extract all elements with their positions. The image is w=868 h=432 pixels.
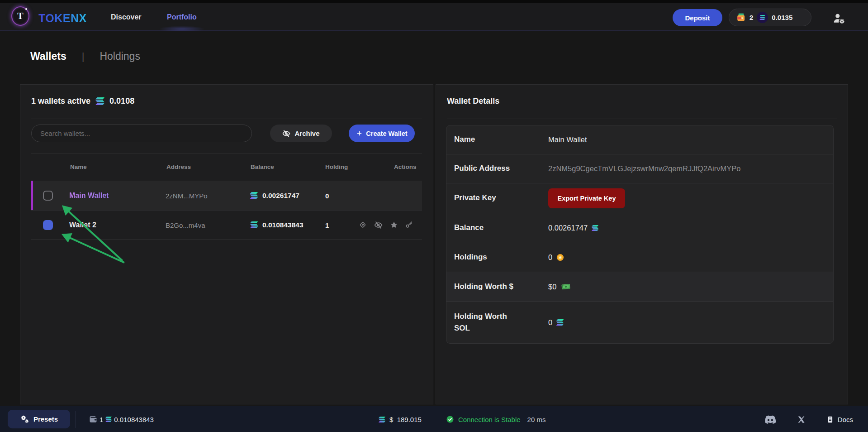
- wallet-balance: 0.00261747: [262, 192, 299, 200]
- detail-label: Holdings: [454, 251, 548, 263]
- docs-link[interactable]: Docs: [826, 415, 853, 424]
- wallet-address: 2zNM...MYPo: [166, 192, 208, 199]
- archive-button[interactable]: Archive: [270, 125, 332, 142]
- detail-value-holdings: 0: [548, 253, 552, 262]
- detail-label: Balance: [454, 222, 548, 234]
- export-private-key-button[interactable]: Export Private Key: [548, 188, 625, 208]
- detail-value-worth-usd: $0: [548, 283, 556, 291]
- eye-off-icon: [282, 130, 290, 138]
- logo-letter: T: [17, 11, 23, 21]
- details-title: Wallet Details: [447, 96, 499, 106]
- gears-icon: [20, 414, 29, 424]
- coin-icon: [556, 253, 564, 262]
- detail-label: Public Address: [454, 163, 548, 174]
- nav-discover[interactable]: Discover: [111, 13, 142, 21]
- create-wallet-button[interactable]: Create Wallet: [349, 125, 415, 142]
- detail-label: Holding Worth $: [454, 281, 548, 293]
- key-icon[interactable]: [405, 221, 413, 228]
- col-actions: Actions: [394, 163, 417, 170]
- solana-icon: [95, 97, 105, 105]
- solana-icon: [556, 319, 564, 326]
- balance-pill[interactable]: 2 0.0135: [729, 9, 811, 26]
- col-balance: Balance: [251, 163, 274, 170]
- wallets-active-text: 1 wallets active: [31, 96, 90, 106]
- nav-sol-balance: 0.0135: [772, 14, 792, 21]
- connection-text: Connection is Stable: [458, 416, 521, 423]
- row-checkbox[interactable]: [43, 191, 53, 201]
- detail-row-balance: Balance 0.00261747: [446, 213, 833, 243]
- star-icon[interactable]: [390, 221, 398, 229]
- wallets-panel: 1 wallets active 0.0108 Search wallets..…: [20, 84, 433, 404]
- tab-holdings[interactable]: Holdings: [100, 50, 140, 62]
- detail-row-holdings: Holdings 0: [446, 243, 833, 272]
- details-table: Name Main Wallet Public Address 2zNM5g9C…: [446, 125, 834, 344]
- divider: [31, 154, 422, 154]
- statusbar-wallet-summary: 1 0.010843843: [89, 406, 154, 432]
- doc-icon: [826, 415, 834, 424]
- sol-badge: [757, 12, 768, 23]
- docs-label: Docs: [838, 416, 853, 423]
- user-settings-icon[interactable]: [833, 12, 845, 24]
- detail-row-private-key: Private Key Export Private Key: [446, 183, 833, 213]
- divider: [31, 119, 422, 119]
- x-icon[interactable]: [797, 415, 806, 424]
- brand-title: TOKENX: [38, 12, 87, 25]
- solana-icon: [250, 192, 258, 199]
- detail-value-balance: 0.00261747: [548, 224, 588, 232]
- tab-separator: |: [82, 51, 85, 62]
- wallet-holding: 1: [325, 221, 329, 229]
- discord-icon[interactable]: [764, 414, 776, 424]
- col-address: Address: [166, 163, 191, 170]
- statusbar-links: Docs: [764, 406, 853, 432]
- statusbar-sol-price: $ 189.015: [378, 406, 422, 432]
- deposit-button[interactable]: Deposit: [673, 9, 722, 26]
- detail-row-worth-usd: Holding Worth $ $0: [446, 272, 833, 302]
- statusbar-sol-amount: 0.010843843: [114, 416, 154, 423]
- eye-off-icon[interactable]: [374, 221, 383, 229]
- wallets-summary: 1 wallets active 0.0108: [31, 96, 134, 106]
- logo-sparkle: [25, 8, 27, 10]
- wallet-address: B2Go...m4va: [166, 221, 205, 229]
- latency-value: 20 ms: [527, 416, 546, 423]
- detail-value-worth-sol: 0: [548, 318, 552, 327]
- search-input[interactable]: Search wallets...: [31, 125, 252, 142]
- wallet-emoji-icon: [735, 12, 746, 23]
- wallets-active-sol: 0.0108: [109, 96, 134, 106]
- connection-status: Connection is Stable 20 ms: [446, 406, 545, 432]
- view-tabs: Wallets | Holdings: [30, 50, 140, 62]
- check-circle-icon: [446, 415, 454, 423]
- wallet-name[interactable]: Wallet 2: [69, 221, 96, 229]
- sol-price-value: $ 189.015: [389, 416, 422, 423]
- solana-icon: [378, 417, 386, 422]
- wallet-row-main[interactable]: Main Wallet 2zNM...MYPo 0.00261747 0: [31, 181, 422, 211]
- row-actions: [359, 221, 413, 229]
- presets-button[interactable]: Presets: [8, 410, 70, 428]
- wallet-name[interactable]: Main Wallet: [69, 192, 109, 200]
- detail-label: Holding Worth SOL: [454, 311, 520, 335]
- wallet-icon: [89, 415, 98, 424]
- detail-row-worth-sol: Holding Worth SOL 0: [446, 302, 833, 343]
- divider: [76, 411, 76, 428]
- money-icon: [560, 282, 572, 292]
- detail-row-name: Name Main Wallet: [446, 125, 833, 154]
- nav-portfolio[interactable]: Portfolio: [167, 13, 197, 21]
- detail-row-public-address: Public Address 2zNM5g9CgecTmVLGJejzswrMn…: [446, 154, 833, 183]
- top-nav: T TOKENX Discover Portfolio Deposit 2 0.…: [0, 3, 868, 31]
- statusbar-wallet-count: 1: [100, 416, 103, 423]
- col-name: Name: [70, 163, 87, 170]
- wallet-holding: 0: [325, 192, 329, 199]
- tab-wallets[interactable]: Wallets: [30, 50, 66, 62]
- solana-icon: [250, 221, 258, 228]
- solana-icon: [105, 417, 112, 422]
- detail-label: Name: [454, 134, 548, 145]
- external-link-icon[interactable]: [359, 221, 367, 229]
- detail-value-name: Main Wallet: [548, 135, 587, 144]
- app-logo[interactable]: T: [11, 6, 29, 26]
- archive-label: Archive: [294, 130, 319, 137]
- wallet-details-panel: Wallet Details Name Main Wallet Public A…: [436, 84, 848, 404]
- wallet-row-2[interactable]: Wallet 2 B2Go...m4va 0.010843843 1: [31, 211, 422, 240]
- nav-wallet-count: 2: [749, 14, 753, 21]
- wallet-balance: 0.010843843: [262, 221, 304, 229]
- detail-value-public-address: 2zNM5g9CgecTmVLGJejzswrMnw2qemRJJfQ2Airv…: [548, 164, 740, 173]
- row-checkbox[interactable]: [43, 220, 53, 230]
